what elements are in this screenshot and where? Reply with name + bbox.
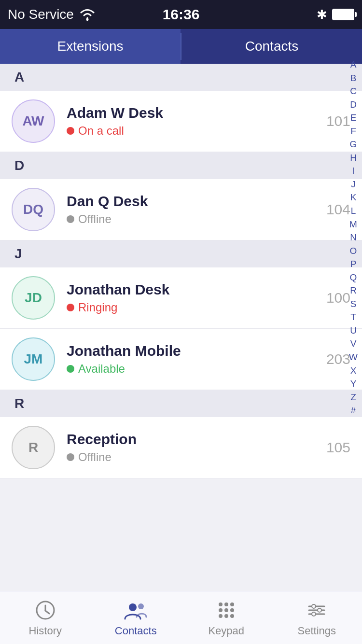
svg-point-23	[312, 613, 315, 616]
alpha-H[interactable]: H	[350, 151, 357, 165]
contact-row-adam-w-desk[interactable]: AW Adam W Desk On a call 101	[0, 91, 362, 152]
avatar-dq: DQ	[12, 188, 55, 231]
tab-contacts[interactable]: Contacts	[91, 599, 181, 637]
svg-point-0	[86, 18, 88, 21]
alpha-hash[interactable]: #	[351, 404, 356, 417]
alpha-I[interactable]: I	[352, 164, 354, 178]
contact-row-jonathan-desk[interactable]: JD Jonathan Desk Ringing 100	[0, 267, 362, 329]
contact-name-dan: Dan Q Desk	[67, 193, 326, 210]
svg-point-4	[129, 603, 137, 611]
tab-bar: History Contacts	[0, 591, 362, 644]
tab-keypad-label: Keypad	[208, 625, 244, 637]
contact-name-jonathan-mobile: Jonathan Mobile	[67, 343, 326, 359]
svg-point-21	[312, 605, 315, 608]
time-display: 16:36	[163, 6, 200, 23]
tab-keypad[interactable]: Keypad	[181, 599, 272, 637]
contact-status-jonathan-mobile: Available	[67, 362, 326, 376]
alpha-K[interactable]: K	[350, 191, 357, 204]
tab-settings-label: Settings	[298, 625, 336, 637]
status-text-jonathan-desk: Ringing	[78, 301, 117, 314]
section-header-a: A	[0, 64, 362, 91]
contacts-icon	[124, 599, 147, 622]
contact-info-jonathan-desk: Jonathan Desk Ringing	[67, 281, 326, 314]
svg-point-9	[219, 608, 223, 612]
alpha-D[interactable]: D	[350, 98, 357, 112]
alpha-M[interactable]: M	[349, 218, 357, 231]
svg-point-14	[230, 614, 234, 618]
section-header-j: J	[0, 240, 362, 267]
alpha-X[interactable]: X	[350, 364, 357, 378]
svg-point-12	[219, 614, 223, 618]
alpha-C[interactable]: C	[350, 84, 357, 98]
clock-icon	[34, 599, 57, 622]
status-dot-adam	[67, 127, 74, 135]
contact-row-dan-q-desk[interactable]: DQ Dan Q Desk Offline 104	[0, 179, 362, 240]
alpha-B[interactable]: B	[350, 71, 357, 85]
avatar-jd: JD	[12, 276, 55, 320]
carrier-text: No Service	[8, 7, 74, 22]
contact-name-jonathan-desk: Jonathan Desk	[67, 281, 326, 298]
status-text-adam: On a call	[78, 124, 124, 138]
alpha-G[interactable]: G	[350, 138, 357, 151]
content-area: A AW Adam W Desk On a call 101 D DQ Dan …	[0, 64, 362, 628]
bluetooth-icon: ✱	[317, 7, 327, 22]
wifi-icon	[79, 8, 96, 21]
alpha-Q[interactable]: Q	[350, 271, 357, 284]
contact-info-adam: Adam W Desk On a call	[67, 105, 326, 138]
alpha-W[interactable]: W	[349, 350, 358, 364]
svg-point-8	[230, 602, 234, 606]
svg-point-22	[318, 609, 321, 612]
alpha-F[interactable]: F	[350, 125, 356, 138]
avatar-aw: AW	[12, 99, 55, 143]
svg-point-11	[230, 608, 234, 612]
alpha-S[interactable]: S	[350, 297, 357, 311]
section-header-d: D	[0, 152, 362, 179]
svg-point-6	[219, 602, 223, 606]
alphabet-index: A B C D E F G H I J K L M N O P Q R S T …	[345, 58, 362, 417]
settings-icon	[305, 599, 328, 622]
alpha-T[interactable]: T	[350, 310, 356, 324]
alpha-A[interactable]: A	[350, 58, 357, 71]
status-text-dan: Offline	[78, 212, 111, 226]
status-text-jonathan-mobile: Available	[78, 362, 125, 376]
tab-contacts-segment[interactable]: Contacts	[181, 29, 362, 64]
contact-status-dan: Offline	[67, 212, 326, 226]
status-dot-dan	[67, 215, 74, 223]
alpha-V[interactable]: V	[350, 337, 357, 350]
status-dot-reception	[67, 453, 74, 461]
tab-settings[interactable]: Settings	[272, 599, 362, 637]
contact-name-reception: Reception	[67, 431, 326, 448]
avatar-r: R	[12, 426, 55, 469]
contact-row-jonathan-mobile[interactable]: JM Jonathan Mobile Available 203	[0, 329, 362, 390]
alpha-O[interactable]: O	[350, 244, 357, 258]
alpha-Z[interactable]: Z	[350, 391, 356, 404]
extension-reception: 105	[326, 439, 350, 456]
section-header-r: R	[0, 390, 362, 417]
alpha-J[interactable]: J	[351, 178, 356, 191]
svg-point-13	[224, 614, 228, 618]
alpha-R[interactable]: R	[350, 284, 357, 297]
status-bar: No Service 16:36 ✱	[0, 0, 362, 29]
alpha-U[interactable]: U	[350, 324, 357, 337]
alpha-N[interactable]: N	[350, 231, 357, 244]
status-right: ✱	[317, 7, 354, 22]
status-text-reception: Offline	[78, 450, 111, 464]
contact-info-jonathan-mobile: Jonathan Mobile Available	[67, 343, 326, 376]
contact-info-dan: Dan Q Desk Offline	[67, 193, 326, 226]
alpha-Y[interactable]: Y	[350, 377, 357, 391]
contact-name-adam: Adam W Desk	[67, 105, 326, 121]
svg-point-5	[138, 603, 144, 609]
avatar-jm: JM	[12, 337, 55, 381]
alpha-E[interactable]: E	[350, 111, 357, 125]
alpha-P[interactable]: P	[350, 257, 357, 271]
contact-status-adam: On a call	[67, 124, 326, 138]
tab-history-label: History	[29, 625, 62, 637]
contact-info-reception: Reception Offline	[67, 431, 326, 464]
contact-row-reception[interactable]: R Reception Offline 105	[0, 417, 362, 478]
tab-history[interactable]: History	[0, 599, 91, 637]
status-left: No Service	[8, 7, 96, 22]
svg-point-10	[224, 608, 228, 612]
tab-extensions[interactable]: Extensions	[0, 29, 181, 64]
alpha-L[interactable]: L	[351, 204, 356, 218]
svg-line-3	[45, 611, 49, 614]
